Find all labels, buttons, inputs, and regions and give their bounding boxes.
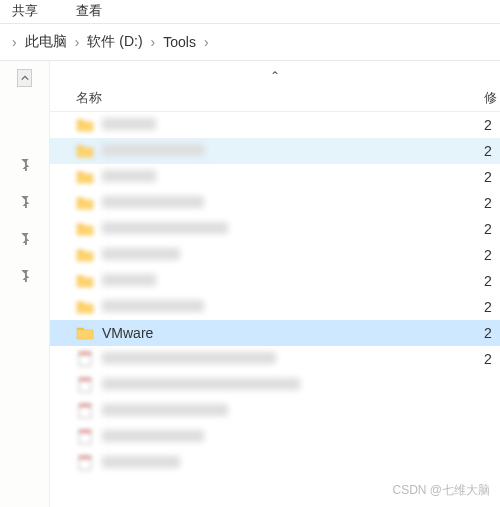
file-icon [76, 429, 94, 445]
svg-rect-3 [79, 378, 91, 381]
folder-icon [76, 117, 94, 133]
pin-icon[interactable] [18, 194, 32, 211]
tab-share[interactable]: 共享 [8, 2, 42, 21]
row-label [102, 273, 484, 289]
breadcrumb[interactable]: › 此电脑 › 软件 (D:) › Tools › [0, 24, 500, 61]
ribbon-tabs: 共享 查看 [0, 0, 500, 24]
svg-rect-5 [79, 404, 91, 407]
column-headers: 名称 修 [50, 85, 500, 112]
chevron-right-icon: › [202, 34, 211, 50]
file-row[interactable]: 2 [50, 190, 500, 216]
folder-icon [76, 195, 94, 211]
row-label [102, 429, 484, 445]
file-icon [76, 403, 94, 419]
file-row[interactable]: 2 [50, 242, 500, 268]
folder-icon [76, 221, 94, 237]
column-name-header[interactable]: 名称 [76, 89, 484, 107]
breadcrumb-item[interactable]: 软件 (D:) [85, 32, 144, 52]
svg-rect-7 [79, 430, 91, 433]
main-area: ⌃ 名称 修 22222222VMware22 [0, 61, 500, 507]
file-row[interactable] [50, 372, 500, 398]
folder-icon [76, 299, 94, 315]
row-label [102, 351, 484, 367]
row-label [102, 455, 484, 471]
row-date: 2 [484, 273, 500, 289]
file-row[interactable]: 2 [50, 346, 500, 372]
chevron-right-icon: › [149, 34, 158, 50]
row-date: 2 [484, 299, 500, 315]
row-date: 2 [484, 247, 500, 263]
row-date: 2 [484, 351, 500, 367]
row-label [102, 195, 484, 211]
row-label [102, 117, 484, 133]
file-row[interactable]: 2 [50, 164, 500, 190]
chevron-right-icon: › [73, 34, 82, 50]
row-label [102, 377, 484, 393]
row-date: 2 [484, 143, 500, 159]
row-date: 2 [484, 325, 500, 341]
row-label [102, 299, 484, 315]
file-icon [76, 377, 94, 393]
file-row[interactable]: 2 [50, 268, 500, 294]
column-modified-header[interactable]: 修 [484, 89, 500, 107]
file-rows: 22222222VMware22 [50, 112, 500, 476]
row-date: 2 [484, 195, 500, 211]
scroll-up-button[interactable] [17, 69, 32, 87]
file-row[interactable] [50, 450, 500, 476]
tab-view[interactable]: 查看 [72, 2, 106, 21]
file-row[interactable]: 2 [50, 294, 500, 320]
pin-icon[interactable] [18, 231, 32, 248]
file-row-vmware[interactable]: VMware2 [50, 320, 500, 346]
file-row[interactable] [50, 424, 500, 450]
row-label [102, 169, 484, 185]
folder-icon [76, 247, 94, 263]
folder-icon [76, 273, 94, 289]
breadcrumb-item[interactable]: 此电脑 [23, 32, 69, 52]
breadcrumb-item[interactable]: Tools [161, 33, 198, 51]
file-row[interactable]: 2 [50, 138, 500, 164]
file-row[interactable]: 2 [50, 112, 500, 138]
file-list-panel: ⌃ 名称 修 22222222VMware22 [50, 61, 500, 507]
sort-indicator-icon[interactable]: ⌃ [50, 69, 500, 85]
nav-sidebar [0, 61, 50, 507]
row-label [102, 221, 484, 237]
folder-icon [76, 325, 94, 341]
pin-icon[interactable] [18, 157, 32, 174]
svg-rect-9 [79, 456, 91, 459]
svg-rect-1 [79, 352, 91, 355]
row-label: VMware [102, 325, 484, 341]
row-label [102, 143, 484, 159]
folder-icon [76, 169, 94, 185]
file-icon [76, 351, 94, 367]
file-icon [76, 455, 94, 471]
folder-icon [76, 143, 94, 159]
row-label [102, 403, 484, 419]
row-label [102, 247, 484, 263]
row-date: 2 [484, 117, 500, 133]
pin-icon[interactable] [18, 268, 32, 285]
file-row[interactable]: 2 [50, 216, 500, 242]
chevron-right-icon: › [10, 34, 19, 50]
row-date: 2 [484, 169, 500, 185]
file-row[interactable] [50, 398, 500, 424]
row-date: 2 [484, 221, 500, 237]
